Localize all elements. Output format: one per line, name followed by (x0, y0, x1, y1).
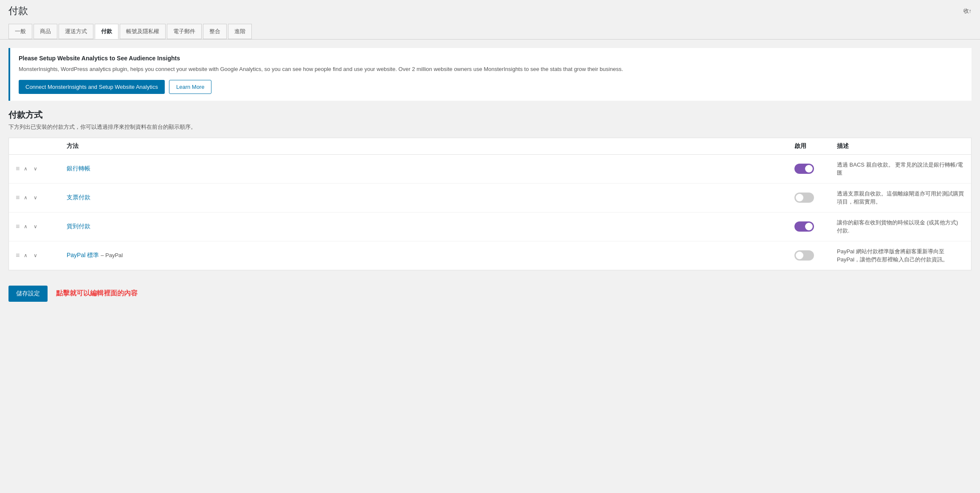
payment-desc-check-payment: 透過支票親自收款。這個離線閘道亦可用於測試購買項目，相當實用。 (837, 190, 964, 206)
hint-text: 點擊就可以編輯裡面的內容 (56, 289, 138, 298)
banner-description: MonsterInsights, WordPress analytics plu… (19, 65, 963, 74)
payment-name-link-cod[interactable]: 貨到付款 (67, 223, 90, 230)
payment-row-check-payment: ≡ ∧ ∨ 支票付款透過支票親自收款。這個離線閘道亦可用於測試購買項目，相當實用… (9, 184, 971, 212)
toggle-slider-bank-transfer (794, 164, 814, 174)
toggle-cell-cod (794, 221, 837, 232)
payment-name-link-check-payment[interactable]: 支票付款 (67, 194, 90, 201)
toggle-cell-bank-transfer (794, 164, 837, 174)
payment-desc-paypal-standard: PayPal 網站付款標準版會將顧客重新導向至 PayPal，讓他們在那裡輸入自… (837, 247, 964, 264)
payment-desc-cod: 讓你的顧客在收到貨物的時候以現金 (或其他方式) 付款. (837, 218, 964, 235)
payment-name-cell-bank-transfer: 銀行轉帳 (67, 165, 794, 173)
payment-name-cell-check-payment: 支票付款 (67, 194, 794, 201)
col-header-method (16, 142, 67, 150)
move-down-button[interactable]: ∨ (32, 252, 39, 259)
save-settings-button[interactable]: 儲存設定 (8, 286, 48, 302)
connect-monsterinsights-button[interactable]: Connect MonsterInsights and Setup Websit… (19, 80, 165, 94)
top-right-text: 收↑ (963, 7, 972, 15)
drag-handle-icon[interactable]: ≡ (16, 252, 20, 259)
toggle-cod[interactable] (794, 221, 814, 232)
toggle-slider-paypal-standard (794, 250, 814, 261)
row-controls-check-payment: ≡ ∧ ∨ (16, 194, 67, 201)
tab-products[interactable]: 商品 (34, 24, 57, 39)
banner-title: Please Setup Website Analytics to See Au… (19, 55, 963, 62)
tab-advanced[interactable]: 進階 (228, 24, 252, 39)
payment-name-cell-paypal-standard: PayPal 標準 – PayPal (67, 252, 794, 259)
payment-name-link-paypal-standard[interactable]: PayPal 標準 (67, 252, 99, 258)
section-title: 付款方式 (8, 109, 972, 121)
row-controls-bank-transfer: ≡ ∧ ∨ (16, 165, 67, 173)
table-header: 方法 啟用 描述 (9, 138, 971, 155)
payment-name-cell-cod: 貨到付款 (67, 223, 794, 230)
toggle-cell-check-payment (794, 193, 837, 203)
drag-handle-icon[interactable]: ≡ (16, 194, 20, 201)
move-up-button[interactable]: ∧ (22, 223, 29, 230)
col-header-description: 描述 (837, 142, 964, 150)
payment-methods-table: 方法 啟用 描述 ≡ ∧ ∨ 銀行轉帳透過 BACS 親自收款。 更常見的說法是… (8, 138, 972, 270)
row-controls-paypal-standard: ≡ ∧ ∨ (16, 252, 67, 259)
toggle-check-payment[interactable] (794, 193, 814, 203)
payment-row-cod: ≡ ∧ ∨ 貨到付款讓你的顧客在收到貨物的時候以現金 (或其他方式) 付款. (9, 212, 971, 241)
toggle-slider-cod (794, 221, 814, 232)
payment-desc-bank-transfer: 透過 BACS 親自收款。 更常見的說法是銀行轉帳/電匯 (837, 161, 964, 177)
move-up-button[interactable]: ∧ (22, 252, 29, 259)
tab-payment[interactable]: 付款 (95, 24, 118, 39)
payment-row-paypal-standard: ≡ ∧ ∨ PayPal 標準 – PayPalPayPal 網站付款標準版會將… (9, 241, 971, 270)
nav-tabs: 一般商品運送方式付款帳號及隱私權電子郵件整合進階 (0, 17, 980, 39)
payment-name-suffix-paypal-standard: – PayPal (101, 252, 123, 258)
toggle-bank-transfer[interactable] (794, 164, 814, 174)
move-up-button[interactable]: ∧ (22, 165, 29, 173)
move-up-button[interactable]: ∧ (22, 194, 29, 201)
move-down-button[interactable]: ∨ (32, 223, 39, 230)
tab-email[interactable]: 電子郵件 (167, 24, 202, 39)
drag-handle-icon[interactable]: ≡ (16, 165, 20, 173)
payment-name-link-bank-transfer[interactable]: 銀行轉帳 (67, 165, 90, 172)
drag-handle-icon[interactable]: ≡ (16, 223, 20, 230)
toggle-paypal-standard[interactable] (794, 250, 814, 261)
page-title: 付款 (8, 4, 28, 17)
move-down-button[interactable]: ∨ (32, 165, 39, 173)
row-controls-cod: ≡ ∧ ∨ (16, 223, 67, 230)
tab-shipping[interactable]: 運送方式 (59, 24, 93, 39)
tab-general[interactable]: 一般 (8, 24, 32, 39)
toggle-slider-check-payment (794, 193, 814, 203)
analytics-banner: Please Setup Website Analytics to See Au… (8, 48, 972, 101)
payment-row-bank-transfer: ≡ ∧ ∨ 銀行轉帳透過 BACS 親自收款。 更常見的說法是銀行轉帳/電匯 (9, 155, 971, 184)
col-header-enabled: 啟用 (794, 142, 837, 150)
move-down-button[interactable]: ∨ (32, 194, 39, 201)
toggle-cell-paypal-standard (794, 250, 837, 261)
tab-integration[interactable]: 整合 (203, 24, 227, 39)
tab-accounts[interactable]: 帳號及隱私權 (120, 24, 166, 39)
footer-bar: 儲存設定 點擊就可以編輯裡面的內容 (0, 279, 980, 309)
col-header-method-label: 方法 (67, 142, 794, 150)
learn-more-button[interactable]: Learn More (169, 80, 211, 94)
section-subtitle: 下方列出已安裝的付款方式，你可以透過排序來控制資料在前台的顯示順序。 (8, 123, 972, 131)
